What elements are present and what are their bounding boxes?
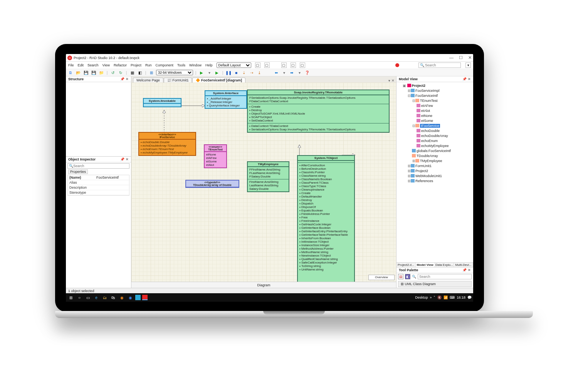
app1-icon[interactable] bbox=[135, 295, 141, 300]
menu-component[interactable]: Component bbox=[155, 63, 173, 67]
tab-formunit[interactable]: 📰 FormUnit1 bbox=[164, 78, 192, 83]
palette-search-input[interactable] bbox=[418, 274, 472, 279]
diagram-canvas[interactable]: System.IInvokable System.IInterface • _A… bbox=[131, 83, 396, 282]
pause-button[interactable]: ❚❚ bbox=[225, 69, 232, 76]
layout-button-5[interactable]: ▢ bbox=[300, 63, 305, 68]
help-icon[interactable]: ❓ bbox=[304, 69, 310, 76]
chrome-icon[interactable]: ◉ bbox=[127, 294, 134, 301]
tree-item[interactable]: etAlot bbox=[417, 108, 472, 113]
tree-item[interactable]: ⊞FooServiceImpl bbox=[407, 88, 472, 93]
menu-search[interactable]: Search bbox=[87, 63, 99, 67]
rtab-multidevice[interactable]: Multi-Devi... bbox=[454, 263, 473, 267]
tree-item[interactable]: TDoubleArray bbox=[412, 154, 472, 159]
pin-icon[interactable]: 📌 ✕ bbox=[120, 77, 129, 81]
minimize-button[interactable]: — bbox=[449, 55, 454, 60]
tree-item[interactable]: globals:FooServiceIntf bbox=[412, 149, 472, 154]
rtab-project[interactable]: Project2.d... bbox=[396, 263, 416, 267]
overview-button[interactable]: Overview bbox=[368, 275, 395, 280]
nav-icon[interactable]: ◧ bbox=[137, 69, 143, 76]
main-search[interactable]: 🔍 bbox=[418, 63, 461, 68]
tree-item[interactable]: ⊞Project2 bbox=[407, 169, 472, 174]
layout-button-1[interactable]: ▢ bbox=[255, 63, 260, 68]
maximize-button[interactable]: ☐ bbox=[459, 55, 463, 60]
menu-window[interactable]: Window bbox=[189, 63, 202, 67]
tray-notifications-icon[interactable]: 💬 bbox=[467, 296, 472, 299]
tab-diagram[interactable]: 🔶 FooServiceIntf [diagram] bbox=[192, 78, 245, 83]
oi-tab-properties[interactable]: Properties bbox=[68, 169, 88, 174]
tree-item[interactable]: echoDoubleArray bbox=[417, 133, 472, 139]
redo-icon[interactable]: ↻ bbox=[118, 69, 124, 76]
tree-item[interactable]: ⊞References bbox=[407, 179, 472, 184]
menu-run[interactable]: Run bbox=[145, 63, 152, 67]
menu-view[interactable]: View bbox=[102, 63, 110, 67]
taskbar-desktop-label[interactable]: Desktop bbox=[415, 296, 428, 299]
record-icon[interactable] bbox=[395, 63, 399, 67]
pin-icon[interactable]: 📌 ✕ bbox=[120, 157, 129, 161]
oi-search[interactable]: 🔍 bbox=[67, 163, 129, 169]
firefox-icon[interactable]: ◉ bbox=[118, 294, 125, 301]
pin-icon[interactable]: 📌 ✕ bbox=[462, 77, 471, 81]
tree-item[interactable]: ⊞FormUnit1 bbox=[407, 164, 472, 169]
save-icon[interactable]: 💾 bbox=[83, 69, 89, 76]
open-icon[interactable]: 📂 bbox=[75, 69, 81, 76]
tree-item[interactable]: etNone bbox=[417, 113, 472, 118]
palette-item-uml[interactable]: ⊞ UML Class Diagram bbox=[398, 281, 472, 287]
menu-edit[interactable]: Edit bbox=[78, 63, 84, 67]
edge-icon[interactable]: e bbox=[93, 294, 100, 301]
run-button[interactable]: ▶ bbox=[198, 69, 205, 76]
taskbar-clock[interactable]: 16:18 bbox=[457, 296, 465, 299]
run-nodebug-button[interactable]: ▶ bbox=[214, 69, 220, 76]
tray-up-icon[interactable]: ˄ bbox=[433, 296, 435, 299]
run-to-cursor-icon[interactable]: ⤓ bbox=[256, 69, 262, 76]
start-button[interactable]: ⊞ bbox=[67, 294, 74, 301]
menu-file[interactable]: File bbox=[68, 63, 74, 67]
open-project-icon[interactable]: 📁 bbox=[98, 69, 104, 76]
layout-button-3[interactable]: ▢ bbox=[281, 63, 287, 68]
menu-project[interactable]: Project bbox=[131, 63, 141, 67]
menu-tools[interactable]: Tools bbox=[177, 63, 185, 67]
tray-wifi-icon[interactable]: 📶 bbox=[444, 296, 448, 299]
nav-forward-button[interactable]: ➡ bbox=[289, 69, 295, 76]
layout-button-4[interactable]: ▢ bbox=[291, 63, 296, 68]
trace-into-icon[interactable]: ⇣ bbox=[241, 69, 247, 76]
taskview-icon[interactable]: ▭ bbox=[84, 294, 91, 301]
tree-item[interactable]: echoEnum bbox=[417, 139, 472, 144]
main-search-input[interactable] bbox=[425, 63, 460, 67]
tray-volume-icon[interactable]: 🔇 bbox=[437, 296, 442, 299]
oi-search-input[interactable] bbox=[73, 164, 128, 168]
class-tdoublearray[interactable]: <<typedef>>TDoubleArray:array of Double bbox=[185, 180, 239, 188]
tree-item[interactable]: ⊞WebModuleUnit1 bbox=[407, 174, 472, 179]
close-button[interactable]: ✕ bbox=[468, 55, 472, 60]
class-ifooservice[interactable]: <<interface>>IFooService • echoDouble:Do… bbox=[138, 132, 196, 156]
new-icon[interactable]: 🗎 bbox=[67, 69, 74, 76]
class-iinvokable[interactable]: System.IInvokable bbox=[143, 98, 181, 107]
view-icon[interactable]: ▦ bbox=[129, 69, 135, 76]
layout-button-2[interactable]: ▢ bbox=[264, 63, 270, 68]
tab-welcome[interactable]: Welcome Page bbox=[133, 78, 163, 83]
store-icon[interactable]: 🛍 bbox=[110, 294, 117, 301]
class-tremotable[interactable]: Soap.InvokeRegistry.TRemotable FSerializ… bbox=[247, 90, 390, 133]
nav-back-button[interactable]: ⬅ bbox=[273, 69, 279, 76]
layout-select[interactable]: Default Layout bbox=[217, 63, 251, 68]
tabbar-close-icon[interactable]: ▾ ✕ bbox=[388, 79, 395, 83]
model-view-tree[interactable]: ▣ Project2 ⊞FooServiceImpl ⊟FooServiceIn… bbox=[396, 82, 473, 262]
tree-item[interactable]: echoDouble bbox=[417, 128, 472, 133]
step-over-icon[interactable]: ⇢ bbox=[249, 69, 255, 76]
stop-button[interactable]: ■ bbox=[233, 69, 239, 76]
undo-icon[interactable]: ↺ bbox=[110, 69, 116, 76]
tree-item[interactable]: ⊟TEnumTest etAFew etAlot etNone etSome bbox=[412, 98, 472, 123]
run-menu[interactable]: ▾ bbox=[206, 69, 212, 76]
pin-icon[interactable]: 📌 ✕ bbox=[462, 268, 471, 272]
class-tobject[interactable]: System.TObject • AfterConstruction• Befo… bbox=[297, 155, 355, 282]
radstudio-task-icon[interactable] bbox=[142, 295, 148, 300]
rtab-dataexplorer[interactable]: Data Explo... bbox=[435, 263, 454, 267]
class-iinterface[interactable]: System.IInterface • _AddRef:Integer • _R… bbox=[205, 90, 247, 109]
search-menu-button[interactable]: ▾ bbox=[465, 63, 471, 68]
tray-chevron-icon[interactable]: » bbox=[430, 296, 432, 299]
tree-item[interactable]: etAFew bbox=[417, 103, 472, 108]
palette-categories-button[interactable]: ▤ bbox=[398, 274, 403, 279]
tray-keyboard-icon[interactable]: ⌨ bbox=[450, 296, 455, 299]
tree-item[interactable]: echoMyEmployee bbox=[417, 144, 472, 149]
tree-item-selected[interactable]: ⊟IFooService echoDouble echoDoubleArray … bbox=[412, 123, 472, 149]
menu-refactor[interactable]: Refactor bbox=[114, 63, 127, 67]
